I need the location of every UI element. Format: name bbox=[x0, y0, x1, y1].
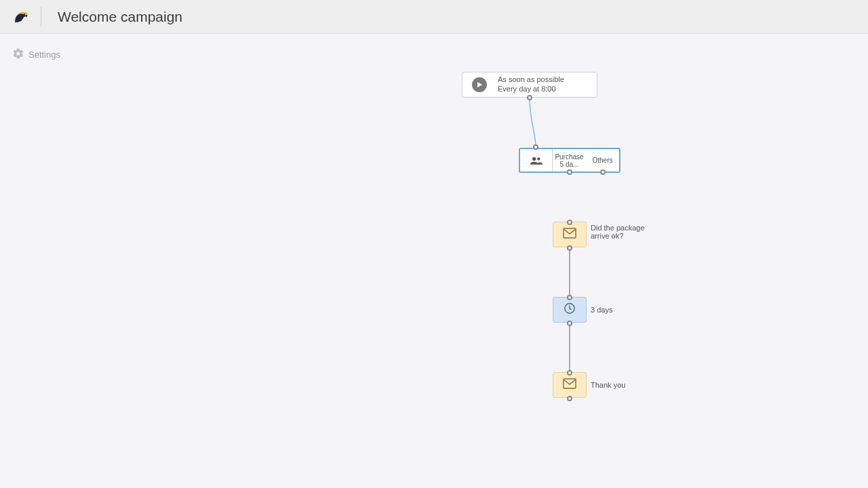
flow-canvas[interactable]: As soon as possible Every day at 8:00 Pu… bbox=[0, 0, 868, 488]
port[interactable] bbox=[567, 245, 572, 251]
port[interactable] bbox=[567, 220, 572, 225]
svg-rect-3 bbox=[564, 228, 576, 238]
svg-point-1 bbox=[532, 157, 536, 160]
svg-point-2 bbox=[537, 157, 540, 160]
trigger-text: As soon as possible Every day at 8:00 bbox=[498, 75, 564, 94]
header-divider bbox=[41, 7, 41, 27]
settings-label: Settings bbox=[28, 49, 60, 60]
split-segment-others[interactable]: Others bbox=[586, 149, 619, 171]
split-seg2-label: Others bbox=[592, 157, 612, 164]
mail-icon bbox=[563, 228, 576, 241]
clock-icon bbox=[564, 302, 576, 317]
svg-point-0 bbox=[24, 14, 25, 15]
play-icon bbox=[472, 77, 487, 92]
port[interactable] bbox=[600, 169, 606, 175]
wait-node-label: 3 days bbox=[591, 306, 612, 314]
app-header: Welcome campaign bbox=[0, 0, 868, 34]
people-icon bbox=[520, 149, 553, 171]
port[interactable] bbox=[567, 396, 572, 401]
email-node-2[interactable] bbox=[553, 372, 587, 398]
port[interactable] bbox=[567, 321, 572, 326]
port[interactable] bbox=[567, 169, 572, 175]
app-logo bbox=[11, 7, 30, 26]
port[interactable] bbox=[567, 295, 572, 300]
wait-node[interactable] bbox=[553, 297, 587, 323]
email-node-2-label: Thank you bbox=[591, 381, 625, 389]
port[interactable] bbox=[527, 95, 532, 100]
split-seg1-line1: Purchase bbox=[555, 153, 583, 161]
port[interactable] bbox=[533, 144, 538, 150]
email-node-1[interactable] bbox=[553, 222, 587, 247]
split-segment-purchase[interactable]: Purchase 5 da... bbox=[553, 149, 586, 171]
mail-icon bbox=[563, 378, 576, 392]
email-node-1-label: Did the package arrive ok? bbox=[591, 224, 645, 240]
port[interactable] bbox=[567, 370, 572, 375]
split-seg1-line2: 5 da... bbox=[560, 161, 579, 168]
settings-button[interactable]: Settings bbox=[12, 47, 60, 62]
page-title: Welcome campaign bbox=[58, 9, 182, 25]
svg-rect-5 bbox=[564, 379, 576, 388]
trigger-line1: As soon as possible bbox=[498, 75, 564, 85]
gear-icon bbox=[12, 47, 28, 62]
trigger-node[interactable]: As soon as possible Every day at 8:00 bbox=[462, 72, 597, 98]
trigger-line2: Every day at 8:00 bbox=[498, 85, 564, 94]
